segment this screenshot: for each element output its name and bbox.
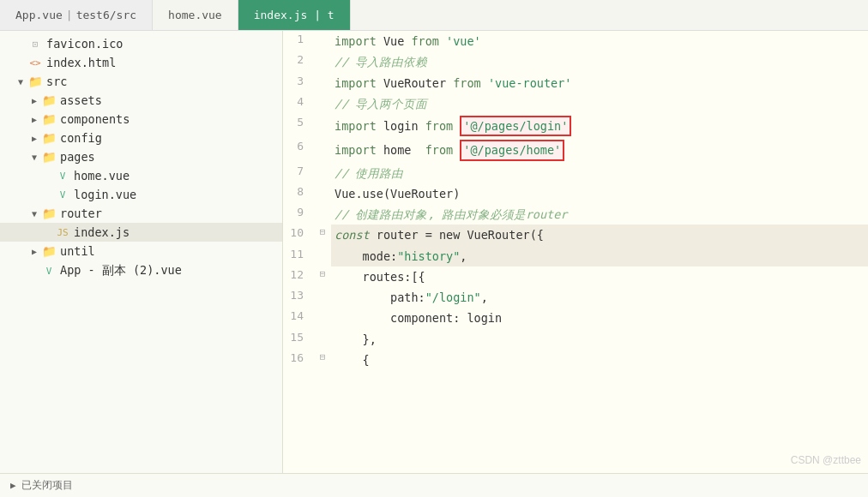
chevron-down-icon-2: ▼: [27, 150, 41, 164]
chevron-right-status: ▶: [10, 480, 16, 491]
line-code-5: import login from '@/pages/login': [331, 114, 868, 138]
file-tree-item-pages[interactable]: ▼ 📁 pages: [0, 147, 282, 166]
gutter-1: [314, 31, 331, 51]
folder-label-components: components: [60, 112, 130, 126]
folder-label-until: until: [60, 244, 95, 258]
spacer-4: [41, 188, 55, 201]
gutter-9: [314, 204, 331, 225]
gutter-16: ⊟: [314, 350, 331, 370]
file-label-index-js: index.js: [74, 225, 130, 239]
file-tree-item-app-copy[interactable]: V App - 副本 (2).vue: [0, 260, 282, 281]
gutter-12: ⊟: [314, 266, 331, 287]
file-tree-item-favicon[interactable]: ⊡ favicon.ico: [0, 34, 282, 53]
code-line-5: 5 import login from '@/pages/login': [283, 114, 868, 138]
line-code-9: // 创建路由对象, 路由对象必须是router: [331, 204, 868, 225]
tab-index-js[interactable]: index.js | t: [238, 0, 351, 30]
gutter-2: [314, 51, 331, 72]
tab-home-vue[interactable]: home.vue: [153, 0, 238, 30]
file-label-login-vue: login.vue: [74, 188, 136, 201]
code-line-11: 11 mode:"history",: [283, 246, 868, 266]
folder-icon-router: 📁: [41, 207, 57, 219]
line-code-3: import VueRouter from 'vue-router': [331, 73, 868, 93]
file-tree-item-index-js[interactable]: JS index.js: [0, 223, 282, 242]
file-tree-item-until[interactable]: ▶ 📁 until: [0, 242, 282, 260]
file-tree-item-login-vue[interactable]: V login.vue: [0, 185, 282, 204]
chevron-down-icon: ▼: [14, 75, 27, 88]
tab-index-js-label: index.js | t: [254, 9, 335, 21]
line-code-10: const router = new VueRouter({: [331, 225, 868, 245]
chevron-right-icon-4: ▶: [27, 244, 41, 258]
folder-icon-components: 📁: [41, 113, 57, 125]
tab-app-vue-breadcrumb: test6/src: [76, 9, 136, 21]
file-label-home-vue: home.vue: [74, 169, 130, 183]
spacer-3: [41, 169, 55, 183]
folder-label-router: router: [60, 207, 102, 220]
chevron-down-icon-3: ▼: [27, 207, 41, 220]
file-tree-item-assets[interactable]: ▶ 📁 assets: [0, 91, 282, 110]
code-line-2: 2 // 导入路由依赖: [283, 51, 868, 72]
vue-icon-app-copy: V: [41, 265, 57, 277]
line-number-11: 11: [283, 246, 314, 266]
status-bar: ▶ 已关闭项目: [0, 473, 868, 497]
file-label-app-copy: App - 副本 (2).vue: [60, 263, 182, 278]
tab-app-vue-label: App.vue: [15, 9, 63, 21]
line-number-4: 4: [283, 93, 314, 114]
line-code-4: // 导入两个页面: [331, 93, 868, 114]
gutter-4: [314, 93, 331, 114]
tab-home-vue-label: home.vue: [168, 9, 222, 21]
gutter-3: [314, 73, 331, 93]
gutter-13: [314, 287, 331, 308]
line-number-5: 5: [283, 114, 314, 138]
code-editor[interactable]: 1 import Vue from 'vue' 2 // 导入路由依赖 3 im…: [283, 31, 868, 473]
file-tree-item-components[interactable]: ▶ 📁 components: [0, 110, 282, 129]
tab-app-vue[interactable]: App.vue | test6/src: [0, 0, 153, 30]
gutter-15: [314, 329, 331, 350]
line-number-2: 2: [283, 51, 314, 72]
file-tree-item-config[interactable]: ▶ 📁 config: [0, 129, 282, 147]
code-line-3: 3 import VueRouter from 'vue-router': [283, 73, 868, 93]
gutter-14: [314, 308, 331, 328]
spacer: [14, 56, 27, 69]
code-line-10: 10 ⊟ const router = new VueRouter({: [283, 225, 868, 245]
folder-label-config: config: [60, 131, 102, 145]
chevron-right-icon-3: ▶: [27, 131, 41, 145]
file-label-favicon: favicon.ico: [46, 37, 123, 51]
folder-label-src: src: [46, 75, 67, 88]
file-tree-item-src[interactable]: ▼ 📁 src: [0, 72, 282, 91]
line-number-1: 1: [283, 31, 314, 51]
line-code-14: component: login: [331, 308, 868, 328]
folder-label-assets: assets: [60, 93, 102, 107]
gutter-10: ⊟: [314, 225, 331, 245]
line-code-12: routes:[{: [331, 266, 868, 287]
file-tree-item-router[interactable]: ▼ 📁 router: [0, 204, 282, 223]
gutter-6: [314, 138, 331, 162]
html-icon: <>: [27, 57, 43, 69]
line-code-8: Vue.use(VueRouter): [331, 183, 868, 204]
gutter-11: [314, 246, 331, 266]
line-number-16: 16: [283, 350, 314, 370]
code-line-15: 15 },: [283, 329, 868, 350]
folder-icon-pages: 📁: [41, 151, 57, 163]
code-line-7: 7 // 使用路由: [283, 163, 868, 183]
folder-icon-config: 📁: [41, 132, 57, 144]
code-line-12: 12 ⊟ routes:[{: [283, 266, 868, 287]
image-icon: ⊡: [27, 38, 43, 50]
js-icon-index: JS: [55, 226, 70, 238]
spacer-5: [41, 225, 55, 239]
file-tree-item-index-html[interactable]: <> index.html: [0, 53, 282, 72]
spacer: [14, 37, 27, 51]
file-tree-item-home-vue[interactable]: V home.vue: [0, 166, 282, 185]
line-number-8: 8: [283, 183, 314, 204]
code-line-1: 1 import Vue from 'vue': [283, 31, 868, 51]
folder-icon-until: 📁: [41, 245, 57, 257]
file-label-index-html: index.html: [46, 56, 116, 69]
main-content: ⊡ favicon.ico <> index.html ▼ 📁 src ▶ 📁 …: [0, 31, 868, 473]
line-code-6: import home from '@/pages/home': [331, 138, 868, 162]
chevron-right-icon: ▶: [27, 93, 41, 107]
line-number-9: 9: [283, 204, 314, 225]
tab-bar: App.vue | test6/src home.vue index.js | …: [0, 0, 868, 31]
line-code-15: },: [331, 329, 868, 350]
status-text: 已关闭项目: [21, 478, 73, 493]
line-number-13: 13: [283, 287, 314, 308]
code-line-6: 6 import home from '@/pages/home': [283, 138, 868, 162]
